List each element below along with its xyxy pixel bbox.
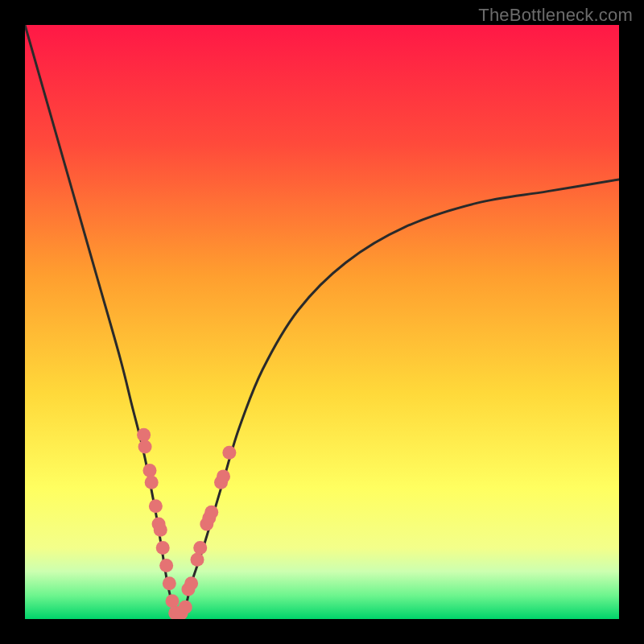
scatter-dot (217, 469, 230, 483)
scatter-dot (166, 594, 180, 608)
plot-area (25, 25, 619, 619)
scatter-dot (163, 576, 176, 590)
scatter-dot (145, 476, 159, 489)
scatter-dot (184, 576, 198, 590)
scatter-dot (154, 523, 167, 537)
scatter-dot (142, 464, 156, 477)
scatter-dot (191, 553, 204, 567)
scatter-dot (179, 601, 192, 614)
scatter-dot (222, 446, 236, 460)
scatter-dot (204, 506, 218, 519)
scatter-dot (137, 428, 151, 442)
scatter-dots (137, 428, 236, 619)
scatter-dot (159, 559, 173, 572)
bottleneck-curve (25, 25, 619, 613)
scatter-dot (149, 499, 163, 513)
watermark-text: TheBottleneck.com (478, 5, 633, 26)
outer-frame: TheBottleneck.com (0, 0, 644, 644)
scatter-dot (193, 541, 207, 555)
scatter-dot (156, 541, 170, 555)
chart-svg (25, 25, 619, 619)
scatter-dot (138, 440, 152, 453)
